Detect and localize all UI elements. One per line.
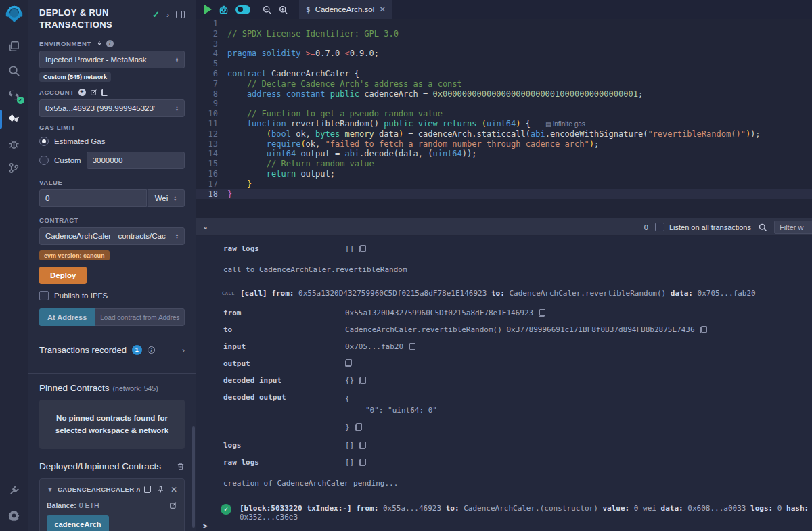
- line-number: 6: [196, 69, 227, 79]
- sidebar-item-settings[interactable]: [0, 503, 28, 527]
- code-line[interactable]: 10 // Function to get a pseudo-random va…: [196, 109, 812, 119]
- environment-label: ENVIRONMENT i: [39, 40, 185, 47]
- pinned-network-suffix: (network: 545): [113, 384, 158, 392]
- copy-icon[interactable]: [355, 423, 362, 431]
- tab-close-icon[interactable]: ✕: [379, 5, 386, 14]
- sidebar-item-solidity-compiler[interactable]: ✓: [0, 83, 28, 107]
- estimated-gas-radio[interactable]: Estimated Gas: [39, 137, 185, 146]
- sidebar-item-plugin-manager[interactable]: [0, 478, 28, 503]
- copy-icon[interactable]: [539, 309, 545, 317]
- sidebar-item-git[interactable]: [0, 156, 28, 180]
- terminal-prompt[interactable]: >: [196, 522, 812, 530]
- code-line[interactable]: 16 return output;: [196, 169, 812, 179]
- copy-icon[interactable]: [700, 326, 707, 333]
- copy-account-icon[interactable]: [102, 89, 108, 96]
- estimated-gas-label: Estimated Gas: [54, 137, 105, 145]
- code-line[interactable]: 4pragma solidity >=0.7.0 <0.9.0;: [196, 49, 812, 59]
- at-address-button[interactable]: At Address: [39, 308, 95, 326]
- code-line[interactable]: 14 uint64 output = abi.decode(data, (uin…: [196, 149, 812, 159]
- account-value: 0x55a...46923 (999.999945323′: [45, 104, 173, 112]
- listen-checkbox[interactable]: [655, 223, 664, 231]
- line-number: 2: [196, 29, 227, 39]
- custom-gas-input[interactable]: 3000000: [87, 152, 185, 169]
- sign-message-icon[interactable]: [90, 89, 97, 96]
- select-stepper-icon: ▲▼: [173, 195, 177, 201]
- code-line[interactable]: 9: [196, 99, 812, 109]
- line-number: 13: [196, 139, 227, 149]
- sidebar-item-search[interactable]: [0, 58, 28, 83]
- custom-gas-radio[interactable]: Custom: [39, 156, 81, 165]
- value-unit-select[interactable]: Wei ▲▼: [147, 189, 185, 207]
- code-line[interactable]: 3: [196, 39, 812, 49]
- deploy-button[interactable]: Deploy: [39, 267, 87, 284]
- transactions-expand-icon[interactable]: ›: [182, 346, 185, 355]
- plug-mini-icon[interactable]: [95, 41, 102, 47]
- copy-icon[interactable]: [359, 459, 366, 466]
- sidebar-item-deploy-and-run[interactable]: [0, 107, 28, 131]
- account-label: ACCOUNT +: [39, 89, 185, 96]
- account-select[interactable]: 0x55a...46923 (999.999945323′ ▲▼: [39, 99, 185, 117]
- environment-select[interactable]: Injected Provider - MetaMask ▲▼: [39, 51, 185, 68]
- terminal-collapse-icon[interactable]: ⌄⌄: [203, 226, 208, 229]
- copy-icon[interactable]: [409, 343, 415, 350]
- terminal-search-icon[interactable]: [758, 223, 767, 232]
- custom-gas-label: Custom: [54, 156, 81, 164]
- code-line[interactable]: 18}: [196, 189, 812, 200]
- zoom-in-icon[interactable]: [278, 5, 288, 15]
- card-collapse-icon[interactable]: ▼: [47, 486, 53, 493]
- copy-icon[interactable]: [359, 245, 366, 252]
- remix-logo-icon[interactable]: [4, 4, 24, 24]
- environment-value: Injected Provider - MetaMask: [45, 55, 173, 64]
- run-script-icon[interactable]: [204, 5, 212, 14]
- pin-icon[interactable]: [157, 486, 164, 494]
- remove-contract-icon[interactable]: ✕: [171, 485, 177, 494]
- tab-cadencearch-sol[interactable]: $ CadenceArch.sol ✕: [299, 0, 392, 19]
- transactions-recorded-label: Transactions recorded: [39, 345, 127, 355]
- at-address-input[interactable]: Load contract from Addres: [95, 308, 185, 326]
- zoom-out-icon[interactable]: [262, 5, 272, 15]
- transactions-info-icon[interactable]: i: [148, 346, 155, 354]
- code-line[interactable]: 5: [196, 59, 812, 69]
- pin-panel-icon[interactable]: [176, 11, 185, 18]
- code-line[interactable]: 6contract CadenceArchCaler {: [196, 69, 812, 79]
- copy-address-icon[interactable]: [144, 486, 151, 493]
- code-line[interactable]: 7 // Declare Cadence Arch's address as a…: [196, 79, 812, 89]
- transactions-recorded-row[interactable]: Transactions recorded 1 i ›: [39, 336, 185, 364]
- panel-scrollbar[interactable]: [192, 426, 195, 528]
- sidebar-item-file-explorer[interactable]: [0, 34, 28, 58]
- publish-ipfs-row[interactable]: Publish to IPFS: [39, 291, 185, 300]
- clear-deployed-trash-icon[interactable]: [177, 462, 185, 471]
- terminal-filter-input[interactable]: [774, 221, 812, 234]
- copy-icon[interactable]: [345, 359, 352, 367]
- code-line[interactable]: 17 }: [196, 179, 812, 189]
- publish-checkbox[interactable]: [39, 291, 49, 300]
- listen-all-transactions[interactable]: Listen on all transactions: [655, 223, 751, 231]
- select-stepper-icon: ▲▼: [175, 57, 179, 62]
- copy-icon[interactable]: [359, 442, 366, 449]
- code-line[interactable]: 1: [196, 19, 812, 29]
- copy-icon[interactable]: [359, 377, 366, 384]
- terminal-output[interactable]: raw logs[]call to CadenceArchCaler.rever…: [196, 236, 812, 531]
- pinned-contracts-title: Pinned Contracts (network: 545): [39, 374, 185, 400]
- terminal-kv-row: from0x55a1320D432759960C5Df0215a8dF78e1E…: [196, 308, 812, 317]
- edit-balance-icon[interactable]: [169, 501, 177, 509]
- code-line[interactable]: 13 require(ok, "failed to fetch a random…: [196, 139, 812, 149]
- code-line[interactable]: 15 // Return random value: [196, 159, 812, 169]
- ai-copilot-icon[interactable]: [218, 4, 229, 16]
- contract-select[interactable]: CadenceArchCaler - contracts/Cac ▲▼: [39, 227, 185, 245]
- code-line[interactable]: 2// SPDX-License-Identifier: GPL-3.0: [196, 29, 812, 39]
- line-number: 9: [196, 99, 227, 109]
- copilot-toggle[interactable]: [235, 5, 250, 14]
- sidebar-item-debugger[interactable]: [0, 131, 28, 156]
- code-editor[interactable]: 12// SPDX-License-Identifier: GPL-3.034p…: [196, 19, 812, 218]
- publish-label: Publish to IPFS: [54, 292, 108, 300]
- add-account-icon[interactable]: +: [78, 89, 86, 96]
- code-line[interactable]: 8 address constant public cadenceArch = …: [196, 89, 812, 99]
- code-line[interactable]: 11 function revertibleRandom() public vi…: [196, 119, 812, 129]
- value-input[interactable]: 0: [39, 189, 147, 207]
- panel-chevron-icon[interactable]: ›: [166, 10, 169, 20]
- line-number: 14: [196, 149, 227, 159]
- code-line[interactable]: 12 (bool ok, bytes memory data) = cadenc…: [196, 129, 812, 139]
- environment-info-icon[interactable]: i: [106, 40, 114, 47]
- contract-function-button[interactable]: cadenceArch: [47, 515, 109, 531]
